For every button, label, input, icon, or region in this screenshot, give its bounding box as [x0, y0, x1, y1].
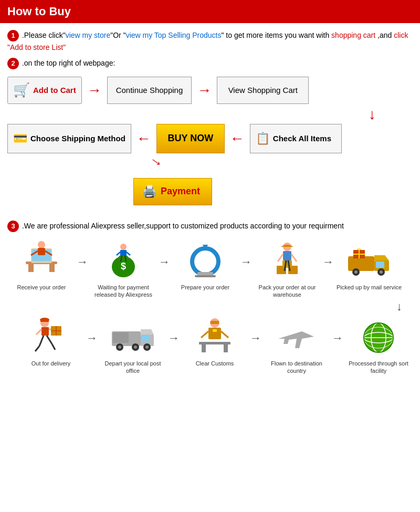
- arrow-p9: →: [332, 316, 343, 345]
- view-shopping-cart-btn[interactable]: View Shopping Cart: [217, 77, 309, 104]
- svg-rect-25: [282, 260, 292, 268]
- page-header: How to Buy: [0, 0, 420, 23]
- svg-marker-32: [374, 255, 389, 260]
- add-to-cart-label: Add to Cart: [33, 86, 76, 95]
- step2-circle: 2: [7, 58, 19, 69]
- process-step-5: Picked up by mail service: [335, 239, 403, 291]
- arrow-right-2: →: [197, 83, 212, 98]
- sort-facility-icon: [352, 316, 405, 358]
- step3-label: .We are professional Aliexpress seller,s…: [22, 222, 344, 230]
- svg-marker-58: [141, 329, 154, 335]
- main-content: 1 .Please click"view my store"Or "view m…: [0, 23, 420, 381]
- arrow-p7: →: [168, 316, 180, 345]
- process-step-3-label: Prepare your order: [181, 284, 229, 291]
- arrow-p4: →: [322, 239, 334, 269]
- post-office-icon: [107, 316, 159, 358]
- top-selling-link[interactable]: view my Top Selling Products: [126, 31, 222, 39]
- svg-rect-51: [199, 342, 230, 344]
- continue-shopping-btn[interactable]: Continue Shopping: [107, 77, 192, 104]
- buy-now-btn[interactable]: BUY NOW: [156, 124, 225, 153]
- pack-order-icon: [261, 239, 313, 281]
- payment-label: Payment: [161, 186, 200, 197]
- svg-rect-66: [113, 332, 129, 343]
- svg-line-26: [278, 254, 283, 262]
- airplane-icon: [270, 316, 323, 358]
- arrow-p2: →: [159, 239, 170, 269]
- page-title: How to Buy: [7, 5, 71, 18]
- arrow-right-1: →: [87, 83, 102, 98]
- step1-paragraph: 1 .Please click"view my store"Or "view m…: [7, 29, 413, 54]
- process-step-7-label: Depart your local post office: [99, 360, 167, 375]
- step1-text1: .Please click": [22, 31, 66, 39]
- step3-circle: 3: [7, 221, 19, 232]
- svg-point-61: [118, 346, 121, 349]
- process-step-7: Depart your local post office: [99, 316, 167, 375]
- svg-point-12: [120, 244, 127, 250]
- diagonal-arrow-icon: →: [145, 151, 167, 173]
- shopping-cart-text: shopping cart: [331, 31, 375, 39]
- svg-rect-6: [38, 248, 45, 255]
- arrow-p1: →: [77, 239, 88, 269]
- process-step-8-label: Clear Customs: [196, 360, 234, 367]
- svg-line-76: [39, 336, 44, 346]
- arrow-down-container: ↓: [7, 107, 413, 122]
- svg-point-5: [38, 241, 45, 248]
- svg-rect-1: [28, 264, 34, 272]
- payment-waiting-icon: $: [97, 239, 150, 281]
- svg-rect-13: [120, 250, 127, 256]
- svg-rect-50: [213, 329, 217, 332]
- step1-text3: " to get more items you want with: [221, 31, 331, 39]
- svg-line-54: [201, 331, 208, 338]
- view-my-store-link[interactable]: view my store: [66, 31, 111, 39]
- svg-rect-53: [224, 344, 228, 352]
- view-cart-label: View Shopping Cart: [228, 86, 298, 95]
- svg-rect-52: [202, 344, 206, 352]
- arrow-left-1: →: [136, 131, 151, 146]
- svg-line-55: [221, 331, 228, 338]
- svg-point-37: [380, 270, 383, 274]
- svg-text:$: $: [121, 261, 126, 271]
- process-step-5-label: Picked up by mail service: [337, 284, 402, 291]
- arrow-p8: →: [250, 316, 261, 345]
- process-step-1-label: Receive your order: [17, 284, 66, 291]
- step1-circle: 1: [7, 30, 19, 41]
- receive-order-icon: [15, 239, 68, 281]
- process-step-8: Clear Customs: [181, 316, 249, 367]
- choose-shipping-btn[interactable]: 💳 Choose Shipping Method: [7, 124, 131, 153]
- svg-line-74: [36, 329, 41, 335]
- continue-shopping-label: Continue Shopping: [116, 86, 183, 95]
- process-row-2: Processed through sort facility → Flown …: [7, 316, 413, 375]
- svg-line-14: [117, 252, 120, 255]
- svg-rect-33: [376, 262, 384, 268]
- check-all-items-btn[interactable]: 📋 Check All Items: [250, 124, 342, 153]
- svg-point-63: [134, 346, 137, 349]
- process-row-1: Receive your order → $: [7, 239, 413, 299]
- check-all-icon: 📋: [256, 132, 270, 145]
- svg-line-79: [52, 344, 55, 350]
- step1-text2: "Or ": [110, 31, 125, 39]
- svg-rect-30: [348, 256, 374, 271]
- process-step-10-label: Processed through sort facility: [344, 360, 413, 375]
- flow-row-1: 🛒 Add to Cart → Continue Shopping → View…: [7, 77, 413, 104]
- process-step-4-label: Pack your order at our warehouse: [253, 284, 321, 299]
- process-arrow-down-1: ↓: [7, 300, 413, 314]
- prepare-order-icon: [179, 239, 232, 281]
- svg-line-27: [291, 254, 297, 262]
- process-step-3: Prepare your order: [171, 239, 239, 291]
- svg-rect-20: [195, 275, 216, 277]
- arrow-p6: →: [86, 316, 98, 345]
- choose-shipping-label: Choose Shipping Method: [30, 134, 125, 143]
- arrow-p3: →: [240, 239, 252, 269]
- cart-icon: 🛒: [13, 82, 30, 98]
- process-step-6-label: Out for delivery: [32, 360, 71, 367]
- svg-line-77: [47, 336, 52, 344]
- step3-section: 3 .We are professional Aliexpress seller…: [7, 220, 413, 374]
- process-step-2-label: Waiting for payment released by Aliexpre…: [89, 284, 158, 299]
- add-to-cart-btn[interactable]: 🛒 Add to Cart: [7, 77, 82, 104]
- check-all-label: Check All Items: [273, 134, 331, 143]
- pickup-mail-icon: [343, 239, 395, 281]
- process-step-1: Receive your order: [7, 239, 76, 291]
- process-step-9: Flown to destination country: [262, 316, 331, 375]
- svg-point-35: [354, 270, 358, 274]
- step3-paragraph: 3 .We are professional Aliexpress seller…: [7, 220, 413, 232]
